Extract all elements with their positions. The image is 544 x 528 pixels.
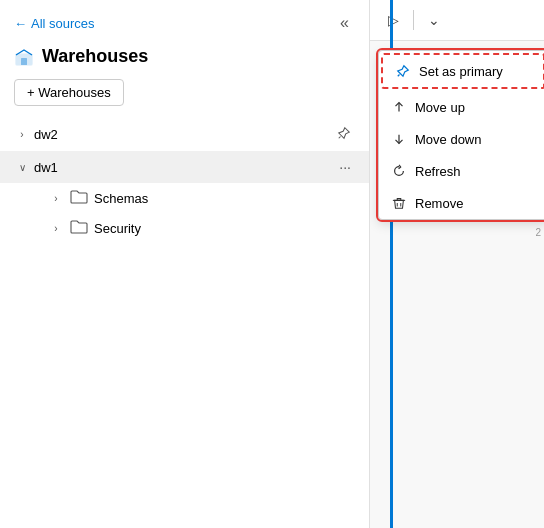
chevron-down-button[interactable]: ⌄ — [420, 8, 448, 32]
context-menu: Set as primary Move up Move down — [378, 50, 544, 220]
folder-icon-security — [70, 219, 88, 237]
schemas-label: Schemas — [94, 191, 148, 206]
right-panel: ▷ ⌄ Set as primary Move up — [370, 0, 544, 528]
header-row: ← All sources « — [0, 0, 369, 42]
collapse-button[interactable]: « — [334, 12, 355, 34]
toolbar-divider — [413, 10, 414, 30]
title-row: Warehouses — [0, 42, 369, 75]
svg-line-3 — [398, 75, 400, 77]
pin-icon[interactable] — [333, 124, 355, 145]
refresh-icon — [391, 163, 407, 179]
dw1-label: dw1 — [34, 160, 335, 175]
play-button[interactable]: ▷ — [380, 8, 407, 32]
arrow-left-icon: ← — [14, 16, 27, 31]
svg-line-2 — [339, 137, 341, 139]
menu-item-remove[interactable]: Remove — [379, 187, 544, 219]
dw2-label: dw2 — [34, 127, 333, 142]
move-up-label: Move up — [415, 100, 465, 115]
toolbar-row: ▷ ⌄ — [370, 0, 544, 41]
menu-item-refresh[interactable]: Refresh — [379, 155, 544, 187]
sub-item-schemas[interactable]: › Schemas — [0, 183, 369, 213]
dw1-actions: ··· — [335, 157, 355, 177]
tree-item-dw1[interactable]: ∨ dw1 ··· — [0, 151, 369, 183]
add-warehouses-button[interactable]: + Warehouses — [14, 79, 124, 106]
move-down-label: Move down — [415, 132, 481, 147]
folder-icon-schemas — [70, 189, 88, 207]
security-label: Security — [94, 221, 141, 236]
pin-menu-icon — [395, 63, 411, 79]
move-down-icon — [391, 131, 407, 147]
num-2: 2 — [532, 221, 544, 243]
set-primary-label: Set as primary — [419, 64, 503, 79]
menu-item-set-primary[interactable]: Set as primary — [381, 53, 544, 89]
trash-icon — [391, 195, 407, 211]
chevron-right-security: › — [48, 220, 64, 236]
dw2-actions — [333, 124, 355, 145]
chevron-down-icon-dw1: ∨ — [14, 159, 30, 175]
tree-item-dw2[interactable]: › dw2 — [0, 118, 369, 151]
refresh-label: Refresh — [415, 164, 461, 179]
chevron-right-schemas: › — [48, 190, 64, 206]
page-title: Warehouses — [42, 46, 148, 67]
more-options-icon[interactable]: ··· — [335, 157, 355, 177]
chevron-right-icon: › — [14, 127, 30, 143]
svg-rect-1 — [21, 58, 27, 65]
menu-item-move-up[interactable]: Move up — [379, 91, 544, 123]
left-panel: ← All sources « Warehouses + Warehouses … — [0, 0, 370, 528]
sub-item-security[interactable]: › Security — [0, 213, 369, 243]
move-up-icon — [391, 99, 407, 115]
remove-label: Remove — [415, 196, 463, 211]
back-label: All sources — [31, 16, 95, 31]
menu-item-move-down[interactable]: Move down — [379, 123, 544, 155]
tree-section: › dw2 ∨ dw1 ··· › — [0, 118, 369, 528]
back-button[interactable]: ← All sources — [14, 16, 95, 31]
warehouse-icon — [14, 47, 34, 67]
